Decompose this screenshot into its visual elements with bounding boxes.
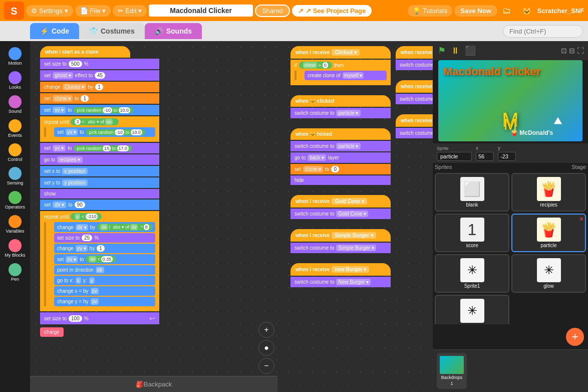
shared-button[interactable]: Shared	[255, 5, 290, 17]
username-label[interactable]: Scratcher_SNF	[537, 7, 584, 15]
sprite-item-recipies[interactable]: 🍟 recipies	[511, 173, 586, 212]
stage-controls: ⚑ ⏸ ⬛ ⊡ ⊟ ⛶	[433, 41, 588, 60]
x-coord-input[interactable]	[476, 152, 494, 161]
medium-stage-button[interactable]: ⊟	[569, 47, 575, 55]
operators-label: Operators	[5, 205, 25, 210]
zoom-reset-button[interactable]: ●	[258, 340, 274, 356]
sprite-icon-glow: ✳	[537, 258, 561, 282]
myblocks-dot	[9, 239, 22, 252]
y-coord-input[interactable]	[498, 152, 516, 161]
sprite-delete-particle[interactable]: ✕	[579, 216, 584, 223]
block-stack-clone: when I start as a clone set size to 500 …	[40, 46, 159, 337]
zoom-out-button[interactable]: −	[258, 358, 274, 374]
sensing-label: Sensing	[7, 181, 24, 186]
project-title-input[interactable]	[149, 5, 253, 17]
svg-text:S: S	[11, 6, 17, 17]
sprite-item-score[interactable]: 1 score	[435, 214, 509, 252]
edit-button[interactable]: ✏ Edit ▾	[113, 5, 147, 17]
sprite-list-header: Sprites Stage	[433, 163, 588, 171]
costume-icon: 👕	[89, 27, 98, 35]
sprite-list: ⬜ blank 🍟 recipies 1 score ✕ 🍟 partic	[433, 171, 588, 324]
stage-project-title: Macdonald Clicker	[443, 65, 540, 78]
lightbulb-icon: 💡	[413, 7, 421, 15]
backdrop-preview	[440, 356, 464, 374]
find-input[interactable]	[503, 25, 583, 38]
backpack-bar[interactable]: 🎒 Backpack	[30, 376, 277, 392]
sprite-item-sprite1[interactable]: ✳ Sprite1	[435, 254, 509, 293]
pen-label: Pen	[11, 277, 19, 282]
save-now-button[interactable]: Save Now	[454, 5, 497, 17]
backdrops-label: Backdrops	[441, 375, 463, 380]
sprite-icon-blank: ⬜	[460, 177, 484, 201]
looks-dot	[9, 71, 22, 84]
x-label: x	[476, 145, 494, 151]
category-variables[interactable]: Variables	[6, 213, 25, 236]
see-project-button[interactable]: ↗ ↗ See Project Page	[292, 5, 372, 17]
sprite-name-recipies: recipies	[540, 202, 557, 208]
sound-icon: 🔊	[155, 27, 163, 35]
stage-preview: Macdonald Clicker M M 🍟 McDonald's	[438, 60, 582, 141]
folder-button[interactable]: 🗂	[499, 5, 514, 17]
zoom-controls: + ● −	[258, 322, 274, 374]
code-area[interactable]: when I start as a clone set size to 500 …	[30, 41, 433, 392]
category-control[interactable]: Control	[8, 141, 22, 164]
smaller-stage-button[interactable]: ⊡	[561, 47, 567, 55]
events-label: Events	[8, 133, 22, 138]
sprite-name-blank: blank	[466, 202, 478, 208]
category-pen[interactable]: Pen	[9, 261, 22, 284]
events-dot	[9, 119, 22, 132]
scratch-logo[interactable]: S	[4, 2, 24, 20]
sprite-icon-score: 1	[460, 218, 484, 242]
looks-label: Looks	[9, 85, 21, 90]
zoom-in-button[interactable]: +	[258, 322, 274, 338]
fullscreen-button[interactable]: ⛶	[577, 47, 584, 55]
user-avatar[interactable]: 🐱	[518, 3, 534, 19]
backdrops-thumb[interactable]: Backdrops 1	[437, 353, 467, 389]
code-canvas[interactable]: when I start as a clone set size to 500 …	[30, 41, 433, 392]
tutorials-button[interactable]: 💡 Tutorials	[408, 5, 452, 17]
pause-button[interactable]: ⏸	[450, 45, 461, 57]
category-operators[interactable]: Operators	[5, 189, 25, 212]
sprite-name-particle: particle	[540, 243, 556, 248]
sprite-icon-recipies: 🍟	[537, 177, 561, 201]
sprite-grid: ⬜ blank 🍟 recipies 1 score ✕ 🍟 partic	[435, 173, 586, 324]
category-sensing[interactable]: Sensing	[7, 165, 24, 188]
category-motion[interactable]: Motion	[8, 45, 22, 68]
sprite-item-particle[interactable]: ✕ 🍟 particle	[511, 214, 586, 252]
backdrops-count: 1	[450, 381, 453, 386]
top-navigation: S ⚙ ⚙ Settings Settings ▾ 📄 File ▾ ✏ Edi…	[0, 0, 588, 21]
sprite-name-input[interactable]	[437, 152, 472, 161]
edit-icon: ✏	[118, 7, 123, 15]
tabs-row: ⚡ Code 👕 Costumes 🔊 Sounds	[0, 21, 588, 41]
category-events[interactable]: Events	[8, 117, 22, 140]
file-button[interactable]: 📄 File ▾	[75, 5, 111, 17]
category-sound[interactable]: Sound	[9, 93, 22, 116]
control-label: Control	[8, 157, 22, 162]
settings-icon: ⚙	[31, 7, 37, 15]
backdrops-section: Backdrops 1	[433, 349, 588, 392]
sprite-info-bar: Sprite x y	[433, 143, 588, 163]
tab-code[interactable]: ⚡ Code	[30, 23, 79, 39]
tab-costumes[interactable]: 👕 Costumes	[79, 23, 145, 39]
sprite-item-glow[interactable]: ✳ glow	[511, 254, 586, 293]
tab-sounds[interactable]: 🔊 Sounds	[145, 23, 202, 39]
backpack-icon: 🎒	[136, 380, 144, 388]
block-stack-clicked: when I receive Clicked ▾ if clone = 0 th…	[290, 46, 391, 288]
folder-icon: 🗂	[502, 6, 511, 16]
main-area: Motion Looks Sound Events Control Sensin…	[0, 41, 588, 392]
add-sprite-button[interactable]: +	[566, 328, 584, 346]
stop-button[interactable]: ⬛	[464, 44, 477, 57]
category-looks[interactable]: Looks	[9, 69, 22, 92]
y-label: y	[498, 145, 516, 151]
external-link-icon: ↗	[298, 7, 304, 15]
svg-text:🐱: 🐱	[522, 7, 531, 16]
find-bar	[503, 25, 583, 38]
sprite-item-sprite7[interactable]: ✳ Sprite7	[435, 295, 509, 324]
sprite-item-blank[interactable]: ⬜ blank	[435, 173, 509, 212]
category-myblocks[interactable]: My Blocks	[5, 237, 25, 260]
sensing-dot	[9, 167, 22, 180]
green-flag-button[interactable]: ⚑	[437, 44, 447, 57]
user-area: 🐱 Scratcher_SNF	[518, 3, 584, 19]
variables-dot	[9, 215, 22, 228]
settings-button[interactable]: ⚙ ⚙ Settings Settings ▾	[26, 5, 73, 17]
